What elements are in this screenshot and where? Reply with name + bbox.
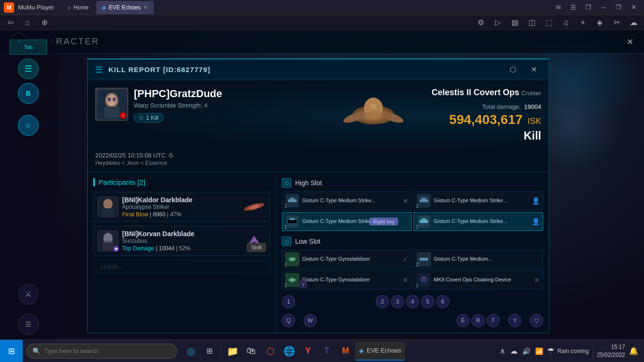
ls3-img (285, 273, 299, 287)
mumu-taskbar-btn[interactable]: M (336, 342, 355, 361)
file-explorer-btn[interactable]: 📁 (223, 342, 242, 361)
titlebar-menu-btn[interactable]: ☰ (567, 3, 580, 12)
low-slot-1[interactable]: 1 Gistum C-Type Gyrostabilizer ✓ (282, 250, 412, 269)
key-w[interactable]: W (304, 314, 317, 327)
toolbar-screenshot[interactable]: ✂ (610, 16, 623, 29)
teams-btn[interactable]: T (317, 342, 336, 361)
tab-home[interactable]: ⌂ Home (62, 1, 94, 14)
cortana-btn[interactable]: ◎ (181, 342, 200, 361)
kr-menu-icon[interactable]: ☰ (95, 65, 103, 75)
kr-export-btn[interactable]: ⬡ (505, 62, 520, 77)
key-t[interactable]: T (487, 314, 500, 327)
cloud-tray-icon[interactable]: ☁ (510, 346, 518, 355)
eve-echoes-taskbar-btn[interactable]: ◈ EVE Echoes (355, 342, 405, 361)
clock[interactable]: 15:17 25/02/2022 (597, 343, 625, 359)
email-btn[interactable]: ✉ (552, 3, 565, 12)
sidebar-sword-btn[interactable]: ⚔ (18, 284, 39, 304)
high-slot-3[interactable]: 1 Gistum C-Type Medium Strike... Right k… (282, 212, 412, 231)
toolbar-screen[interactable]: ◫ (525, 16, 538, 29)
store-btn[interactable]: 🛍 (242, 342, 261, 361)
network-icon[interactable]: 📶 (535, 347, 543, 355)
p2-stat-label: Top Damage (122, 245, 154, 252)
ls4-close[interactable]: ✕ (534, 276, 540, 284)
tab-close-btn[interactable]: ✕ (143, 4, 148, 11)
eve-taskbar-icon: ◈ (359, 347, 364, 354)
kr-pilot-name: [PHPC]GratzDude (134, 88, 328, 100)
clock-time: 15:17 (597, 343, 625, 351)
hs1-close[interactable]: ✕ (403, 197, 408, 205)
search-input[interactable] (44, 347, 171, 354)
key-y[interactable]: Y (508, 314, 521, 327)
tray-icons: ∧ ☁ 🔊 📶 (500, 346, 543, 355)
num-shortcuts-center: 2 3 4 5 6 (376, 295, 449, 308)
p1-stats: Final Blow | 8960 | 47% (122, 211, 239, 218)
kr-bottom: Participants [2] [BNI]Kaldor Darkblade (88, 172, 549, 333)
ls1-close[interactable]: ✓ (403, 255, 408, 263)
num-key-6[interactable]: 6 (436, 295, 449, 308)
high-slot-4[interactable]: 1 Gistum C-Type Medium Strike... 👤 (413, 212, 543, 231)
sidebar-menu2-btn[interactable]: ☰ (18, 314, 39, 335)
start-button[interactable]: ⊞ (0, 340, 23, 362)
hs1-img (285, 194, 299, 208)
yandex-btn[interactable]: Y (298, 342, 317, 361)
kr-close-btn[interactable]: ✕ (526, 62, 541, 77)
chrome-btn[interactable]: 🌐 (280, 342, 298, 361)
key-filter[interactable]: ▽ (530, 314, 543, 327)
toolbar-macro[interactable]: ⌖ (576, 16, 589, 29)
key-r[interactable]: R (471, 314, 485, 327)
toolbar-play[interactable]: ▷ (491, 16, 504, 29)
toolbar-home[interactable]: ⌂ (21, 16, 34, 29)
restore-btn[interactable]: ❐ (582, 3, 595, 12)
sidebar-menu-btn[interactable]: ☰ (18, 58, 39, 79)
kr-isk-suffix: ISK (528, 116, 541, 126)
ls3-close[interactable]: ✕ (403, 276, 408, 284)
game-close-btn[interactable]: ✕ (623, 35, 636, 49)
num-key-1[interactable]: 1 (282, 295, 295, 308)
office-btn[interactable]: ⬡ (261, 342, 280, 361)
low-slot-4[interactable]: 1 MK9 Covert Ops Cloaking Device ✕ (413, 271, 543, 289)
toolbar-layout[interactable]: ▤ (508, 16, 521, 29)
sidebar-b-btn[interactable]: B (18, 83, 39, 104)
sidebar-circle-btn[interactable]: ○ (18, 115, 39, 136)
toolbar-record[interactable]: ⬚ (542, 16, 555, 29)
num-key-2[interactable]: 2 (376, 295, 389, 308)
kr-damage-value: 19004 (524, 103, 541, 110)
low-slots-grid: 1 Gistum C-Type Gyrostabilizer ✓ 2 (282, 250, 543, 289)
high-slot-1[interactable]: 1 Gistum C-Type Medium Strike... ✕ (282, 191, 412, 210)
window-close-btn[interactable]: ✕ (627, 3, 640, 12)
minimize-btn[interactable]: ─ (597, 3, 610, 12)
tab-eve-echoes[interactable]: ◈ EVE Echoes ✕ (96, 1, 154, 14)
search-bar[interactable]: 🔍 (26, 344, 177, 359)
low-slot-3[interactable]: 1 Gistum C-Type Gyrostabilizer V ✕ (282, 271, 412, 289)
task-view-btn[interactable]: ⊞ (200, 342, 219, 361)
num-key-5[interactable]: 5 (421, 295, 434, 308)
key-q[interactable]: Q (282, 314, 295, 327)
toolbar-shake[interactable]: ◈ (593, 16, 606, 29)
show-hidden-btn[interactable]: ∧ (500, 346, 505, 355)
participants-title: Participants [2] (93, 178, 270, 186)
toolbar-sync[interactable]: ☁ (627, 16, 640, 29)
svg-point-4 (108, 98, 111, 101)
high-slot-2[interactable]: 1 Gistum C-Type Medium Strike... 👤 (413, 191, 543, 210)
title-tabs: ⌂ Home ◈ EVE Echoes ✕ (62, 1, 548, 14)
ls1-text: Gistum C-Type Gyrostabilizer (302, 256, 400, 262)
toolbar-sound[interactable]: ♫ (559, 16, 572, 29)
eve-icon: ◈ (102, 4, 106, 11)
low-slot-2[interactable]: 2 Gistum C-Type Medium... (413, 250, 543, 269)
toolbar-settings[interactable]: ⚙ (474, 16, 487, 29)
sidebar-tab[interactable]: Tab (9, 40, 47, 55)
toolbar-add-tab[interactable]: ⊕ (38, 16, 51, 29)
num-key-3[interactable]: 3 (391, 295, 404, 308)
rain-widget[interactable]: ☂ Rain coming (547, 346, 589, 356)
num-shortcuts-left: 1 (282, 295, 295, 308)
num-key-4[interactable]: 4 (406, 295, 419, 308)
p2-ship: Succubus (122, 238, 239, 244)
speaker-icon[interactable]: 🔊 (522, 347, 530, 355)
toolbar-back[interactable]: ⇦ (4, 16, 17, 29)
notification-btn[interactable]: 🔔 (629, 346, 638, 355)
key-e[interactable]: E (456, 314, 470, 327)
maxrestore-btn[interactable]: ❒ (612, 3, 625, 12)
kill-badge-icon: ⬡ (139, 115, 143, 120)
ls3-text: Gistum C-Type Gyrostabilizer (302, 277, 400, 283)
shift-btn[interactable]: Shift (247, 243, 266, 252)
